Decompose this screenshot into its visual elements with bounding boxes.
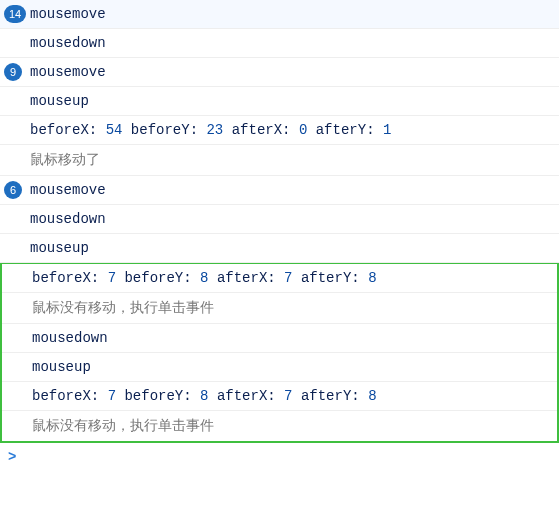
log-group-highlighted: beforeX: 7 beforeY: 8 afterX: 7 afterY: …	[0, 262, 559, 443]
kv-value: 7	[284, 270, 292, 286]
kv-key: afterY:	[301, 388, 368, 404]
kv-value: 7	[108, 270, 116, 286]
log-row: 鼠标没有移动，执行单击事件	[2, 293, 557, 324]
log-row: 鼠标移动了	[0, 145, 559, 176]
log-row: mouseup	[0, 87, 559, 116]
log-row: 鼠标没有移动，执行单击事件	[2, 411, 557, 441]
log-group-main: 14mousemovemousedown9mousemovemouseupbef…	[0, 0, 559, 263]
log-row: beforeX: 7 beforeY: 8 afterX: 7 afterY: …	[2, 382, 557, 411]
log-message: mousedown	[32, 330, 108, 346]
count-badge: 9	[4, 63, 22, 81]
console-output: 14mousemovemousedown9mousemovemouseupbef…	[0, 0, 559, 471]
kv-value: 1	[383, 122, 391, 138]
log-message: mouseup	[32, 359, 91, 375]
count-badge: 14	[4, 5, 26, 23]
log-row: 6mousemove	[0, 176, 559, 205]
log-message: mousedown	[30, 211, 106, 227]
kv-key: afterY:	[316, 122, 383, 138]
kv-value: 7	[284, 388, 292, 404]
kv-value: 8	[368, 270, 376, 286]
kv-key: afterX:	[217, 270, 284, 286]
kv-value: 8	[368, 388, 376, 404]
count-badge: 6	[4, 181, 22, 199]
kv-value: 8	[200, 270, 208, 286]
log-row: 9mousemove	[0, 58, 559, 87]
console-prompt[interactable]: >	[0, 443, 559, 471]
log-message: mouseup	[30, 240, 89, 256]
log-row: beforeX: 7 beforeY: 8 afterX: 7 afterY: …	[2, 264, 557, 293]
log-message: 鼠标没有移动，执行单击事件	[32, 417, 214, 435]
log-message: 鼠标移动了	[30, 151, 100, 169]
kv-value: 23	[206, 122, 223, 138]
log-row: mouseup	[2, 353, 557, 382]
kv-key: beforeX:	[32, 270, 108, 286]
log-message: 鼠标没有移动，执行单击事件	[32, 299, 214, 317]
kv-key: beforeY:	[131, 122, 207, 138]
log-message: mousemove	[30, 64, 106, 80]
log-row: mouseup	[0, 234, 559, 263]
kv-key: beforeY:	[124, 270, 200, 286]
log-message: mousemove	[30, 182, 106, 198]
kv-key: beforeX:	[32, 388, 108, 404]
kv-value: 8	[200, 388, 208, 404]
log-row: beforeX: 54 beforeY: 23 afterX: 0 afterY…	[0, 116, 559, 145]
log-row: mousedown	[2, 324, 557, 353]
kv-key: afterX:	[217, 388, 284, 404]
kv-key: afterX:	[232, 122, 299, 138]
kv-value: 7	[108, 388, 116, 404]
log-keyvalue: beforeX: 7 beforeY: 8 afterX: 7 afterY: …	[32, 270, 377, 286]
log-row: mousedown	[0, 29, 559, 58]
kv-key: beforeY:	[124, 388, 200, 404]
log-keyvalue: beforeX: 54 beforeY: 23 afterX: 0 afterY…	[30, 122, 391, 138]
kv-value: 0	[299, 122, 307, 138]
kv-value: 54	[106, 122, 123, 138]
log-keyvalue: beforeX: 7 beforeY: 8 afterX: 7 afterY: …	[32, 388, 377, 404]
log-message: mouseup	[30, 93, 89, 109]
log-message: mousedown	[30, 35, 106, 51]
kv-key: afterY:	[301, 270, 368, 286]
log-row: 14mousemove	[0, 0, 559, 29]
log-row: mousedown	[0, 205, 559, 234]
log-message: mousemove	[30, 6, 106, 22]
kv-key: beforeX:	[30, 122, 106, 138]
